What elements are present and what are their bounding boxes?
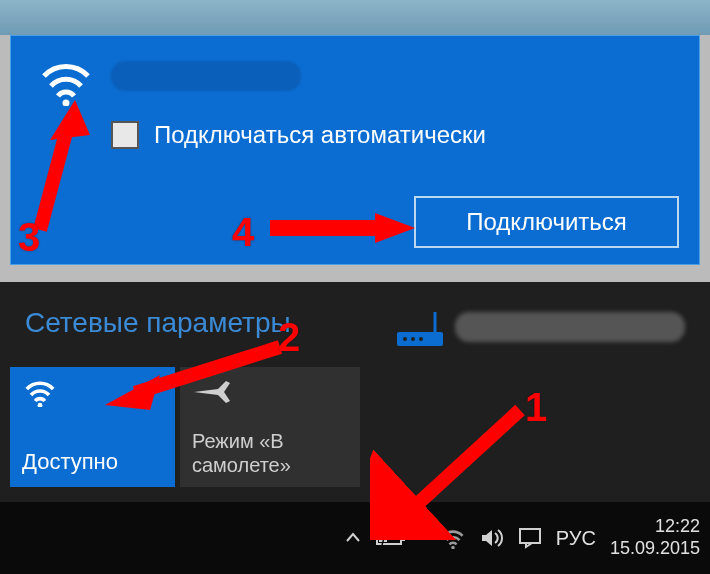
svg-point-5: [419, 337, 423, 341]
svg-marker-15: [105, 375, 160, 410]
wifi-tile-label: Доступно: [22, 449, 118, 475]
clock-date: 15.09.2015: [610, 538, 700, 560]
wifi-icon: [22, 377, 58, 407]
clock-time: 12:22: [610, 516, 700, 538]
tray-overflow-icon[interactable]: [344, 529, 362, 547]
background-sky: [0, 0, 710, 35]
svg-line-16: [40, 125, 68, 230]
connect-button[interactable]: Подключиться: [414, 196, 679, 248]
auto-connect-checkbox[interactable]: [111, 121, 139, 149]
connect-button-label: Подключиться: [466, 208, 627, 236]
annotation-number-1: 1: [525, 385, 547, 430]
svg-line-12: [400, 410, 520, 520]
taskbar: * РУС 12:22 15: [0, 502, 710, 574]
svg-point-6: [38, 403, 43, 407]
auto-connect-label: Подключаться автоматически: [154, 121, 486, 149]
svg-point-3: [403, 337, 407, 341]
annotation-number-2: 2: [278, 315, 300, 360]
svg-point-4: [411, 337, 415, 341]
clock[interactable]: 12:22 15.09.2015: [610, 516, 700, 559]
annotation-arrow-1: [370, 400, 540, 540]
svg-marker-13: [380, 500, 425, 535]
router-ssid-redacted: [455, 312, 685, 342]
annotation-arrow-4: [260, 208, 420, 248]
annotation-arrow-2: [95, 335, 295, 415]
language-label: РУС: [556, 527, 596, 550]
annotation-number-4: 4: [232, 210, 254, 255]
svg-marker-17: [50, 100, 90, 140]
annotation-number-3: 3: [18, 215, 40, 260]
network-name-redacted: [111, 61, 301, 91]
airplane-tile-label: Режим «В самолете»: [192, 429, 360, 477]
language-indicator[interactable]: РУС: [556, 527, 596, 550]
svg-point-10: [451, 546, 454, 549]
svg-marker-19: [375, 213, 415, 243]
router-icon: [395, 312, 445, 348]
auto-connect-row[interactable]: Подключаться автоматически: [111, 121, 486, 149]
